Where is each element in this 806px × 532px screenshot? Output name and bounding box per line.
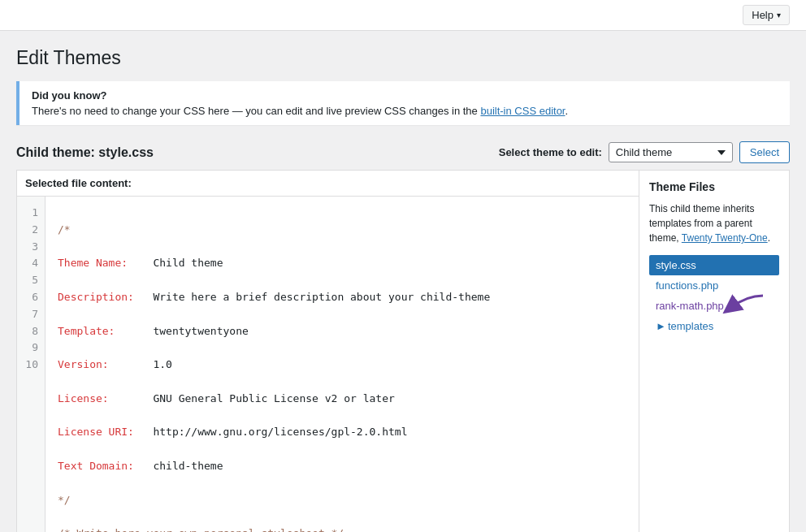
editor-area: Selected file content: 1 2 3 4 5 6 7 8 9… <box>16 170 790 532</box>
select-button[interactable]: Select <box>739 141 790 163</box>
sidebar-title: Theme Files <box>649 180 779 193</box>
code-panel: Selected file content: 1 2 3 4 5 6 7 8 9… <box>17 171 639 532</box>
sidebar-panel: Theme Files This child theme inherits te… <box>639 171 789 532</box>
inherit-note-after: . <box>768 232 770 244</box>
top-bar: Help ▾ <box>0 0 806 31</box>
code-lines: 1 2 3 4 5 6 7 8 9 10 /* Theme Name: Chil… <box>17 197 639 532</box>
file-link-functions-php[interactable]: functions.php <box>656 279 718 292</box>
file-item-style-css[interactable]: style.css <box>649 255 779 275</box>
css-editor-link[interactable]: built-in CSS editor <box>480 105 565 117</box>
line-num-1: 1 <box>24 205 38 222</box>
line-num-3: 3 <box>24 239 38 256</box>
code-line-2: Theme Name: Child theme <box>58 255 626 272</box>
theme-select[interactable]: Child theme Twenty Twenty-One <box>609 142 733 162</box>
line-num-5: 5 <box>24 272 38 289</box>
line-num-7: 7 <box>24 306 38 323</box>
file-link-templates[interactable]: ►templates <box>656 320 713 332</box>
line-num-8: 8 <box>24 323 38 340</box>
file-item-templates[interactable]: ►templates <box>649 316 779 336</box>
theme-selector: Select theme to edit: Child theme Twenty… <box>499 141 790 163</box>
help-label: Help <box>752 9 774 21</box>
line-num-4: 4 <box>24 255 38 272</box>
line-num-9: 9 <box>24 340 38 357</box>
code-line-7: License URI: http://www.gnu.org/licenses… <box>58 424 626 441</box>
inherit-note: This child theme inherits templates from… <box>649 201 779 245</box>
code-line-8: Text Domain: child-theme <box>58 458 626 475</box>
code-line-10: /* Write here your own personal styleshe… <box>58 526 626 532</box>
code-line-9: */ <box>58 492 626 509</box>
file-item-rank-math-php[interactable]: rank-math.php <box>649 296 779 316</box>
chevron-down-icon: ▾ <box>777 11 781 19</box>
code-line-1: /* <box>58 222 626 239</box>
selected-file-label: Selected file content: <box>17 171 639 197</box>
file-name-style-css: style.css <box>656 259 696 271</box>
page-title: Edit Themes <box>16 47 790 69</box>
notice-text-after: . <box>565 105 568 117</box>
file-item-functions-php[interactable]: functions.php <box>649 275 779 296</box>
editor-header: Child theme: style.css Select theme to e… <box>16 141 790 163</box>
code-line-3: Description: Write here a brief descript… <box>58 289 626 306</box>
line-num-6: 6 <box>24 289 38 306</box>
theme-selector-label: Select theme to edit: <box>499 146 602 158</box>
folder-arrow-icon: ► <box>656 320 666 332</box>
parent-theme-link[interactable]: Twenty Twenty-One <box>682 232 768 244</box>
help-button[interactable]: Help ▾ <box>743 5 790 25</box>
line-numbers: 1 2 3 4 5 6 7 8 9 10 <box>17 197 46 532</box>
file-link-rank-math-php[interactable]: rank-math.php <box>656 300 724 312</box>
notice-text: There's no need to change your CSS here … <box>32 105 778 117</box>
code-line-6: License: GNU General Public License v2 o… <box>58 391 626 408</box>
code-line-4: Template: twentytwentyone <box>58 323 626 340</box>
line-num-2: 2 <box>24 222 38 239</box>
file-list: style.css functions.php rank-math.php <box>649 255 779 336</box>
code-line-5: Version: 1.0 <box>58 357 626 374</box>
notice-title: Did you know? <box>32 89 778 102</box>
file-title: Child theme: style.css <box>16 145 154 160</box>
line-num-10: 10 <box>24 357 38 374</box>
code-content[interactable]: /* Theme Name: Child theme Description: … <box>46 197 639 532</box>
main-content: Edit Themes Did you know? There's no nee… <box>0 31 806 532</box>
notice-text-before: There's no need to change your CSS here … <box>32 105 480 117</box>
notice-box: Did you know? There's no need to change … <box>16 81 790 125</box>
